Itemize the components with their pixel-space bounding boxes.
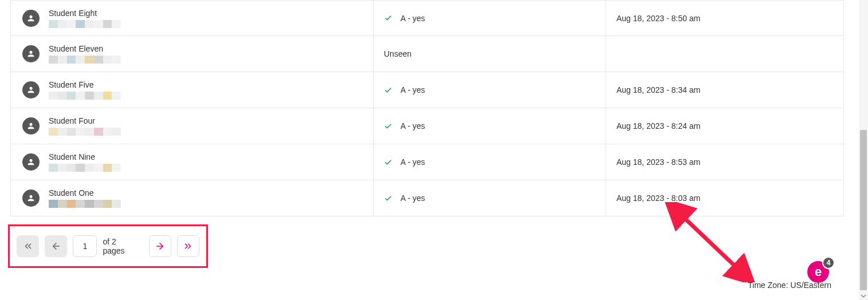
student-cell: Student Five bbox=[11, 72, 374, 108]
person-icon bbox=[22, 10, 40, 27]
status-text: A - yes bbox=[400, 157, 425, 167]
student-cell: Student Eight bbox=[11, 1, 374, 35]
status-text: Unseen bbox=[384, 49, 411, 58]
status-cell: A - yes bbox=[374, 72, 606, 108]
student-meta-redacted bbox=[49, 20, 121, 28]
pagination-page-input[interactable] bbox=[73, 235, 97, 257]
table-row[interactable]: Student FourA - yesAug 18, 2023 - 8:24 a… bbox=[10, 108, 844, 144]
person-icon bbox=[22, 117, 40, 135]
table-row[interactable]: Student ElevenUnseen bbox=[10, 36, 844, 72]
status-cell: A - yes bbox=[374, 1, 606, 35]
status-cell: A - yes bbox=[374, 144, 606, 180]
pagination-first-button[interactable] bbox=[17, 235, 39, 257]
student-meta-redacted bbox=[49, 164, 121, 172]
check-icon bbox=[384, 158, 392, 167]
pagination-last-button[interactable] bbox=[177, 235, 199, 257]
date-text: Aug 18, 2023 - 8:34 am bbox=[616, 85, 700, 94]
table-row[interactable]: Student FiveA - yesAug 18, 2023 - 8:34 a… bbox=[10, 72, 844, 108]
date-text: Aug 18, 2023 - 8:03 am bbox=[616, 194, 700, 203]
date-cell: Aug 18, 2023 - 8:53 am bbox=[606, 144, 843, 180]
scrollbar-vertical[interactable] bbox=[859, 0, 868, 300]
student-name: Student Eleven bbox=[49, 44, 121, 53]
student-cell: Student Eleven bbox=[11, 36, 374, 72]
student-name: Student Four bbox=[49, 116, 121, 125]
student-meta-redacted bbox=[49, 92, 121, 100]
status-cell: A - yes bbox=[374, 180, 606, 216]
pagination-total-label: of 2 pages bbox=[103, 237, 139, 255]
status-cell: Unseen bbox=[374, 36, 606, 72]
date-cell bbox=[606, 36, 843, 72]
date-text: Aug 18, 2023 - 8:50 am bbox=[616, 14, 700, 23]
scrollbar-down-icon bbox=[861, 293, 866, 299]
table-row[interactable]: Student EightA - yesAug 18, 2023 - 8:50 … bbox=[10, 0, 844, 36]
student-name: Student Eight bbox=[49, 9, 121, 18]
status-text: A - yes bbox=[400, 194, 425, 203]
person-icon bbox=[22, 45, 40, 62]
scrollbar-thumb[interactable] bbox=[860, 130, 867, 290]
pagination-prev-button[interactable] bbox=[45, 235, 67, 257]
student-name: Student Five bbox=[49, 80, 121, 89]
student-meta-redacted bbox=[49, 200, 121, 208]
check-icon bbox=[384, 194, 392, 203]
date-cell: Aug 18, 2023 - 8:03 am bbox=[606, 180, 843, 216]
check-icon bbox=[384, 14, 392, 22]
help-fab[interactable]: e 4 bbox=[807, 258, 832, 283]
status-text: A - yes bbox=[400, 14, 425, 23]
pagination: of 2 pages bbox=[8, 224, 208, 268]
date-cell: Aug 18, 2023 - 8:24 am bbox=[606, 108, 843, 144]
person-icon bbox=[22, 153, 40, 171]
student-cell: Student Nine bbox=[11, 144, 374, 180]
student-meta-redacted bbox=[49, 56, 121, 64]
status-text: A - yes bbox=[400, 85, 425, 94]
date-cell: Aug 18, 2023 - 8:34 am bbox=[606, 72, 843, 108]
table-row[interactable]: Student OneA - yesAug 18, 2023 - 8:03 am bbox=[10, 180, 844, 216]
student-name: Student One bbox=[49, 188, 121, 198]
student-cell: Student Four bbox=[11, 108, 374, 144]
date-text: Aug 18, 2023 - 8:24 am bbox=[616, 121, 700, 131]
check-icon bbox=[384, 122, 392, 131]
student-cell: Student One bbox=[11, 180, 374, 216]
student-meta-redacted bbox=[49, 128, 121, 136]
date-cell: Aug 18, 2023 - 8:50 am bbox=[606, 1, 843, 35]
person-icon bbox=[22, 190, 40, 207]
student-name: Student Nine bbox=[49, 152, 121, 161]
pagination-next-button[interactable] bbox=[149, 235, 171, 257]
person-icon bbox=[22, 81, 40, 98]
table-row[interactable]: Student NineA - yesAug 18, 2023 - 8:53 a… bbox=[10, 144, 844, 180]
help-fab-badge: 4 bbox=[822, 256, 835, 269]
students-table: Student EightA - yesAug 18, 2023 - 8:50 … bbox=[10, 0, 844, 216]
date-text: Aug 18, 2023 - 8:53 am bbox=[616, 157, 700, 167]
check-icon bbox=[384, 86, 392, 94]
svg-line-2 bbox=[675, 209, 745, 275]
status-cell: A - yes bbox=[374, 108, 606, 144]
status-text: A - yes bbox=[400, 121, 425, 131]
